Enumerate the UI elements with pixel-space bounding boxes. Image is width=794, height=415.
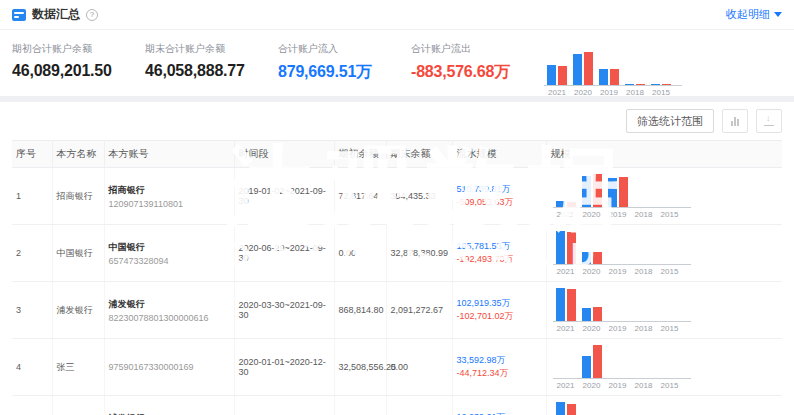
chart-bar-group	[579, 231, 605, 264]
cell-scale-chart: 20212020201920182015	[546, 396, 782, 415]
inflow-bar	[547, 65, 556, 85]
collapse-details-link[interactable]: 收起明细	[726, 7, 782, 22]
outflow-bar	[593, 174, 602, 207]
chart-bar-group	[657, 402, 683, 415]
outflow-value: -44,712.34万	[457, 368, 509, 378]
chart-year-axis: 20212020201920182015	[553, 208, 691, 219]
cell-account: 97590167330000169	[104, 339, 234, 396]
cell-index: 2	[12, 225, 52, 282]
chart-bar-group	[553, 231, 579, 264]
cell-owner-name: 招商银行	[52, 168, 104, 225]
stat-value: 46,058,888.77	[145, 62, 278, 80]
col-flow-scale: 流水规模	[452, 141, 546, 168]
chart-year-axis: 20212020201920182015	[544, 86, 682, 97]
cell-period: 2020-03-30~2021-09-30	[234, 282, 334, 339]
table-row[interactable]: 1招商银行招商银行1209071391108012019-01-02~2021-…	[12, 168, 782, 225]
chart-bar-group	[605, 402, 631, 415]
bar-chart-icon-button[interactable]	[722, 109, 748, 133]
summary-card: 数据汇总 ? 收起明细 期初合计账户余额 46,089,201.50 期末合计账…	[0, 0, 794, 96]
chart-year-label: 2018	[631, 322, 657, 333]
outflow-bar	[558, 66, 567, 85]
chart-year-axis: 20212020201920182015	[553, 322, 691, 333]
table-row[interactable]: 2中国银行中国银行6574733280942020-06-29~2021-09-…	[12, 225, 782, 282]
cell-scale-chart: 20212020201920182015	[546, 168, 782, 225]
cell-owner-name: 中国银行	[52, 225, 104, 282]
chart-bar-group	[631, 174, 657, 207]
chart-bars	[553, 231, 691, 265]
cell-flow-scale: 510,739.81万 -509,053.63万	[452, 168, 546, 225]
stat-end-balance: 期末合计账户余额 46,058,888.77	[145, 42, 278, 90]
summary-icon	[12, 9, 26, 21]
row-yearly-flow-chart: 20212020201920182015	[553, 288, 691, 333]
cell-scale-chart: 20212020201920182015	[546, 282, 782, 339]
download-icon	[764, 116, 774, 126]
table-card: 筛选统计范围 序号 本方名称 本方账号 时间段 期初余额	[0, 102, 794, 415]
cell-owner-name: 张三	[52, 339, 104, 396]
chevron-down-icon	[774, 12, 782, 17]
cell-flow-scale: 33,592.98万 -44,712.34万	[452, 339, 546, 396]
chart-bar-group	[631, 231, 657, 264]
outflow-value: -509,053.63万	[457, 197, 514, 207]
chart-bars	[553, 345, 691, 379]
chart-year-label: 2021	[553, 322, 579, 333]
chart-bar-group	[631, 345, 657, 378]
table-row[interactable]: 4张三975901673300001692020-01-01~2020-12-3…	[12, 339, 782, 396]
inflow-bar	[573, 54, 582, 85]
cell-begin-balance: 0.00	[334, 396, 386, 415]
download-icon-button[interactable]	[756, 109, 782, 133]
bar-chart-icon	[731, 116, 739, 126]
inflow-bar	[556, 288, 565, 321]
summary-yearly-flow-chart: 20212020201920182015	[544, 52, 682, 90]
chart-bar-group	[622, 52, 648, 85]
cell-index: 4	[12, 339, 52, 396]
help-icon[interactable]: ?	[86, 9, 98, 21]
cell-index: 3	[12, 282, 52, 339]
inflow-bar	[556, 231, 565, 264]
table-row[interactable]: 3浦发银行浦发银行822300788013000006162020-03-30~…	[12, 282, 782, 339]
chart-year-label: 2021	[553, 208, 579, 219]
table-row[interactable]: 5浦发银行浦发银行822800788012000010132020-12-07~…	[12, 396, 782, 415]
chart-year-label: 2021	[544, 86, 570, 97]
chart-bar-group	[579, 174, 605, 207]
stat-value: -883,576.68万	[411, 62, 544, 83]
chart-bar-group	[605, 174, 631, 207]
chart-year-label: 2019	[605, 322, 631, 333]
table-toolbar: 筛选统计范围	[12, 102, 782, 140]
outflow-bar	[636, 84, 645, 85]
chart-bars	[553, 402, 691, 415]
cell-end-balance: 2,091,272.67	[386, 282, 452, 339]
inflow-bar	[625, 84, 634, 85]
cell-index: 1	[12, 168, 52, 225]
inflow-bar	[599, 69, 608, 85]
cell-begin-balance: 868,814.80	[334, 282, 386, 339]
stat-value: 879,669.51万	[278, 62, 411, 83]
chart-year-label: 2015	[657, 208, 683, 219]
col-owner-name: 本方名称	[52, 141, 104, 168]
outflow-bar	[619, 177, 628, 207]
row-yearly-flow-chart: 20212020201920182015	[553, 402, 691, 415]
inflow-bar	[582, 356, 591, 378]
inflow-bar	[582, 252, 591, 264]
chart-year-label: 2015	[657, 379, 683, 390]
page: 数据汇总 ? 收起明细 期初合计账户余额 46,089,201.50 期末合计账…	[0, 0, 794, 415]
chart-bars	[544, 52, 682, 86]
chart-bar-group	[553, 174, 579, 207]
stat-label: 合计账户流入	[278, 42, 411, 56]
cell-account: 浦发银行82230078801300000616	[104, 282, 234, 339]
stat-label: 期初合计账户余额	[12, 42, 145, 56]
cell-owner-name: 浦发银行	[52, 282, 104, 339]
col-end-balance: 期末余额	[386, 141, 452, 168]
stat-label: 合计账户流出	[411, 42, 544, 56]
chart-year-label: 2015	[657, 265, 683, 276]
cell-account: 招商银行120907139110801	[104, 168, 234, 225]
inflow-bar	[556, 402, 565, 415]
inflow-value: 195,781.53万	[457, 241, 511, 251]
row-yearly-flow-chart: 20212020201920182015	[553, 345, 691, 390]
outflow-value: -102,701.02万	[457, 311, 514, 321]
filter-scope-button[interactable]: 筛选统计范围	[626, 109, 714, 133]
page-title: 数据汇总	[32, 6, 80, 23]
col-scale-chart: 规模	[546, 141, 782, 168]
chart-year-label: 2019	[605, 379, 631, 390]
chart-bar-group	[605, 345, 631, 378]
chart-year-label: 2018	[631, 208, 657, 219]
